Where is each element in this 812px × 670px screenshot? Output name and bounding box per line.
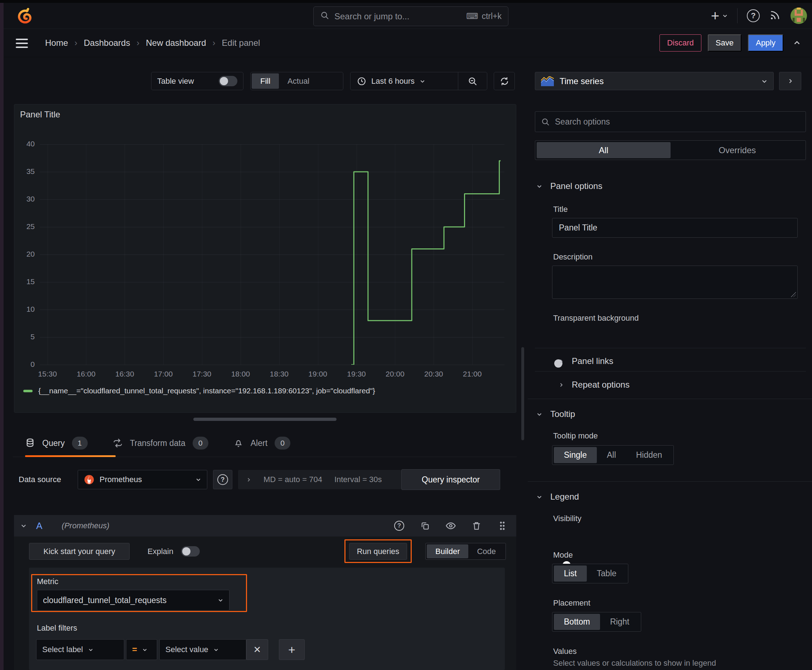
legend-mode-table[interactable]: Table <box>587 565 627 582</box>
fit-fill-option[interactable]: Fill <box>252 73 279 89</box>
select-value-dropdown[interactable]: Select value <box>159 639 246 660</box>
x-axis-tick: 20:30 <box>417 370 450 378</box>
zoom-out-icon[interactable] <box>458 72 487 90</box>
query-help-icon[interactable]: ? <box>392 518 407 533</box>
legend-values-hint: Select values or calculations to show in… <box>553 658 716 668</box>
builder-option[interactable]: Builder <box>427 544 468 558</box>
tooltip-mode-single[interactable]: Single <box>554 447 597 463</box>
resize-grip-icon[interactable] <box>791 292 796 297</box>
transparent-background-label: Transparent background <box>553 313 639 323</box>
editor-tabs: Query 1 Transform data 0 Alert 0 <box>13 430 517 457</box>
grafana-logo-icon[interactable] <box>16 7 34 25</box>
visualization-picker[interactable]: Time series <box>535 72 774 90</box>
collapse-options-button[interactable] <box>779 72 801 90</box>
y-axis-tick: 25 <box>18 222 35 231</box>
screen-top-edge <box>0 0 812 3</box>
run-queries-button[interactable]: Run queries <box>349 543 407 560</box>
datasource-name: Prometheus <box>100 475 190 484</box>
transform-icon <box>113 438 123 448</box>
save-button[interactable]: Save <box>708 34 741 52</box>
explain-toggle[interactable] <box>181 546 200 557</box>
collapse-header-icon[interactable] <box>790 36 804 50</box>
chart-legend: {__name__="cloudflared_tunnel_total_requ… <box>23 387 375 395</box>
chart-plot[interactable]: 051015202530354015:3016:0016:3017:0017:3… <box>40 144 504 365</box>
menu-toggle-icon[interactable] <box>16 36 32 51</box>
legend-visibility-label: Visibility <box>553 514 581 523</box>
top-nav: Search or jump to... ⌨ ctrl+k + ? <box>3 3 812 29</box>
metric-select[interactable]: cloudflared_tunnel_total_requests <box>37 590 229 611</box>
remove-filter-button[interactable]: ✕ <box>246 639 268 660</box>
prometheus-icon <box>84 474 95 485</box>
keyboard-icon: ⌨ <box>466 12 478 21</box>
repeat-options-section[interactable]: Repeat options <box>559 380 629 390</box>
datasource-picker[interactable]: Prometheus <box>78 470 207 489</box>
datasource-help-button[interactable]: ? <box>213 470 232 489</box>
question-circle-icon: ? <box>217 474 228 485</box>
help-icon[interactable]: ? <box>747 9 760 22</box>
tooltip-section[interactable]: Tooltip <box>536 409 575 419</box>
panel-links-section[interactable]: Panel links <box>559 356 613 366</box>
chevron-down-icon[interactable] <box>20 523 27 529</box>
tooltip-mode-all[interactable]: All <box>597 447 626 463</box>
operator-dropdown[interactable]: = <box>126 639 157 660</box>
tab-query[interactable]: Query 1 <box>25 430 88 457</box>
panel-options-section[interactable]: Panel options <box>536 181 602 191</box>
datasource-row: Data source Prometheus ? MD = auto = 704… <box>13 470 517 489</box>
legend-section[interactable]: Legend <box>536 492 579 502</box>
user-avatar[interactable] <box>790 7 807 24</box>
add-new-button[interactable]: + <box>711 8 728 24</box>
select-label-dropdown[interactable]: Select label <box>36 639 124 660</box>
query-header[interactable]: A (Prometheus) ? <box>14 515 516 536</box>
time-range-label: Last 6 hours <box>371 76 415 86</box>
news-rss-icon[interactable] <box>769 9 781 22</box>
tooltip-mode-hidden[interactable]: Hidden <box>626 447 672 463</box>
options-search-input[interactable]: Search options <box>535 111 806 132</box>
query-inspector-button[interactable]: Query inspector <box>401 469 500 490</box>
description-textarea[interactable] <box>552 266 798 299</box>
options-tab-all[interactable]: All <box>537 142 671 158</box>
query-card: A (Prometheus) ? Kick start your query <box>14 515 516 670</box>
search-icon <box>320 11 329 22</box>
legend-series-label[interactable]: {__name__="cloudflared_tunnel_total_requ… <box>38 387 375 395</box>
table-view-toggle[interactable] <box>219 76 237 86</box>
code-option[interactable]: Code <box>468 544 504 558</box>
breadcrumb-bar: Home › Dashboards › New dashboard › Edit… <box>3 29 812 57</box>
legend-placement-group: Bottom Right <box>552 612 641 632</box>
drag-handle-icon[interactable] <box>495 518 510 533</box>
time-range-picker[interactable]: Last 6 hours <box>351 76 458 86</box>
panel-resize-handle[interactable] <box>193 418 337 421</box>
tooltip-mode-label: Tooltip mode <box>553 431 598 441</box>
legend-placement-right[interactable]: Right <box>600 614 639 630</box>
refresh-button[interactable] <box>494 72 515 90</box>
chevron-down-icon <box>536 494 542 500</box>
panel-title-input[interactable]: Panel Title <box>552 218 798 238</box>
breadcrumb-home[interactable]: Home <box>45 38 68 48</box>
toggle-visibility-icon[interactable] <box>443 518 458 533</box>
fit-actual-option[interactable]: Actual <box>279 73 318 89</box>
duplicate-query-icon[interactable] <box>417 518 432 533</box>
discard-button[interactable]: Discard <box>659 34 701 52</box>
search-placeholder: Search or jump to... <box>334 12 461 22</box>
chart-series-svg <box>40 144 504 365</box>
kick-start-query-button[interactable]: Kick start your query <box>29 543 130 560</box>
max-data-points: MD = auto = 704 <box>263 475 322 484</box>
breadcrumb-dashboards[interactable]: Dashboards <box>84 38 130 48</box>
apply-button[interactable]: Apply <box>748 34 783 52</box>
add-filter-button[interactable]: + <box>279 639 305 660</box>
interval: Interval = 30s <box>334 475 382 484</box>
tab-transform-data[interactable]: Transform data 0 <box>113 430 209 457</box>
x-axis-tick: 21:00 <box>456 370 488 378</box>
query-options-bar[interactable]: MD = auto = 704 Interval = 30s <box>238 470 401 489</box>
legend-placement-bottom[interactable]: Bottom <box>554 614 600 630</box>
breadcrumb-new-dashboard[interactable]: New dashboard <box>146 38 206 48</box>
tab-alert[interactable]: Alert 0 <box>234 430 290 457</box>
vertical-scrollbar[interactable] <box>521 347 524 440</box>
description-label: Description <box>553 252 593 262</box>
query-datasource-hint: (Prometheus) <box>61 521 109 530</box>
delete-query-icon[interactable] <box>469 518 484 533</box>
legend-mode-list[interactable]: List <box>554 565 587 582</box>
table-view-label: Table view <box>157 76 194 86</box>
options-tab-overrides[interactable]: Overrides <box>671 142 805 158</box>
global-search-input[interactable]: Search or jump to... ⌨ ctrl+k <box>313 7 509 26</box>
x-axis-tick: 18:00 <box>224 370 257 378</box>
